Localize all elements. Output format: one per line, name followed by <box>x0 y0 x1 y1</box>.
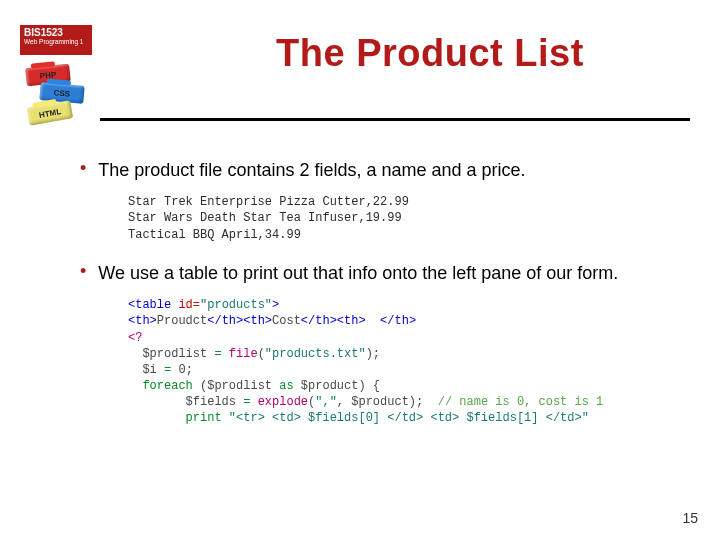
c2-l8a: print <box>128 411 229 425</box>
c2-l2e: </th><th> </th> <box>301 314 416 328</box>
code1-l2: Star Wars Death Star Tea Infuser,19.99 <box>128 211 402 225</box>
bullet-dot-icon: • <box>80 261 86 283</box>
bullet-1: • The product file contains 2 fields, a … <box>80 158 680 182</box>
c2-l5a: $i <box>128 363 164 377</box>
c2-l5c: 0 <box>178 363 185 377</box>
c2-l7e: "," <box>315 395 337 409</box>
c2-l1c: "products" <box>200 298 272 312</box>
slide-title: The Product List <box>180 32 680 75</box>
c2-l7f: , $product); <box>337 395 438 409</box>
lego-graphic: PHP CSS HTML <box>20 60 90 135</box>
c2-l2b: Proudct <box>157 314 207 328</box>
horizontal-rule <box>100 118 690 121</box>
c2-l8b: "<tr> <td> $fields[0] </td> <td> $fields… <box>229 411 589 425</box>
c2-l4c: file <box>229 347 258 361</box>
code1-l3: Tactical BBQ April,34.99 <box>128 228 301 242</box>
bullet-2-text: We use a table to print out that info on… <box>98 261 618 285</box>
page-number: 15 <box>682 510 698 526</box>
code-block-products: Star Trek Enterprise Pizza Cutter,22.99 … <box>128 194 680 243</box>
c2-l4f: ); <box>366 347 380 361</box>
c2-l5d: ; <box>186 363 193 377</box>
c2-l1d: > <box>272 298 279 312</box>
c2-l7b: = <box>243 395 257 409</box>
c2-l2a: <th> <box>128 314 157 328</box>
c2-l4a: $prodlist <box>128 347 214 361</box>
c2-l4e: "products.txt" <box>265 347 366 361</box>
code1-l1: Star Trek Enterprise Pizza Cutter,22.99 <box>128 195 409 209</box>
course-code: BIS1523 <box>24 27 88 38</box>
c2-l6a: foreach <box>128 379 200 393</box>
content-area: • The product file contains 2 fields, a … <box>80 158 680 445</box>
c2-l6b: ($prodlist <box>200 379 279 393</box>
c2-l7g: // name is 0, cost is 1 <box>438 395 604 409</box>
bullet-1-text: The product file contains 2 fields, a na… <box>98 158 525 182</box>
bullet-2: • We use a table to print out that info … <box>80 261 680 285</box>
bullet-dot-icon: • <box>80 158 86 180</box>
c2-l1b: id= <box>178 298 200 312</box>
course-badge: BIS1523 Web Programming 1 <box>20 25 92 55</box>
c2-l5b: = <box>164 363 178 377</box>
c2-l4d: ( <box>258 347 265 361</box>
brick-html-icon: HTML <box>27 100 73 125</box>
c2-l7c: explode <box>258 395 308 409</box>
c2-l2d: Cost <box>272 314 301 328</box>
c2-l6c: as <box>279 379 301 393</box>
c2-l4b: = <box>214 347 228 361</box>
course-subtitle: Web Programming 1 <box>24 38 88 45</box>
c2-l2c: </th><th> <box>207 314 272 328</box>
c2-l6d: $product) { <box>301 379 380 393</box>
c2-l1a: <table <box>128 298 178 312</box>
c2-l7a: $fields <box>128 395 243 409</box>
code-block-php: <table id="products"> <th>Proudct</th><t… <box>128 297 680 427</box>
c2-l3: <? <box>128 331 142 345</box>
